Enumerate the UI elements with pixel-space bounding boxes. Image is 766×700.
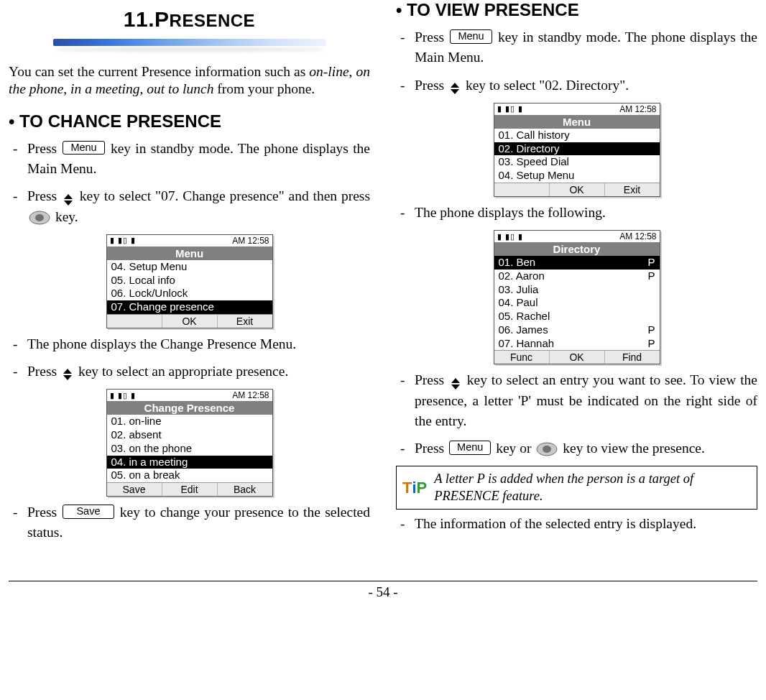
text: key or [492,441,535,456]
phone-screen-menu-2: ▮ ▮▯ ▮ AM 12:58 Menu 01. Call history02.… [494,103,660,197]
svg-marker-6 [451,83,459,88]
svg-marker-9 [451,384,460,390]
intro-post: from your phone. [213,81,315,96]
status-bar: ▮ ▮▯ ▮ AM 12:58 [494,103,660,115]
status-time: AM 12:58 [232,390,269,400]
heading-change-presence: • TO CHANCE PRESENCE [9,111,370,132]
text: key to select "07. Change presence" and … [75,188,370,203]
list-item: 05. Local info [107,274,272,287]
softkeys: OKExit [107,314,272,328]
left-steps: Press Menu key in standby mode. The phon… [9,139,370,227]
list-item: 01. on-line [107,415,272,428]
text: Press [27,364,60,379]
list-item: 03. on the phone [107,442,272,456]
list-item: 01. BenP [494,256,660,270]
text: Press [415,29,448,45]
ok-icon [29,211,50,225]
softkey: Save [107,483,162,496]
left-step-3: The phone displays the Change Presence M… [9,334,370,354]
intro-i1: on-line [309,64,349,79]
screen-title: Menu [494,115,660,129]
text: key. [52,209,78,224]
menu-list: 04. Setup Menu05. Local info06. Lock/Unl… [107,260,272,314]
ok-icon [536,442,558,456]
intro-c3: , [140,81,147,96]
menu-key: Menu [450,29,492,44]
softkey [107,315,162,328]
list-item: 01. Call history [494,129,660,142]
text: key to view the presence. [559,441,705,456]
directory-list: 01. BenP02. AaronP03. Julia04. Paul05. R… [494,256,660,350]
right-steps-4: The information of the selected entry is… [396,514,757,534]
menu-list: 01. Call history02. Directory03. Speed D… [494,129,660,183]
text: Press [415,78,448,93]
softkey [494,183,549,196]
svg-marker-8 [451,378,460,383]
status-bar: ▮ ▮▯ ▮ AM 12:58 [107,235,272,247]
right-step-5: Press Menu key or key to view the presen… [396,438,757,459]
list-item: 04. in a meeting [107,456,272,469]
softkey: Exit [217,315,272,328]
list-item: 04. Setup Menu [107,260,272,274]
left-step-2: Press key to select "07. Change presence… [9,186,370,227]
list-item: 05. on a break [107,469,272,482]
softkeys: SaveEditBack [107,482,272,496]
list-item: 02. Directory [494,142,660,156]
left-step-4: Press key to select an appropriate prese… [9,361,370,382]
chapter-title: 11.PRESENCE [9,7,370,32]
status-time: AM 12:58 [619,104,656,114]
screen-title: Change Presence [107,401,272,415]
chapter-word-first: P [154,7,170,31]
updown-icon [450,377,461,390]
list-item: 07. HannahP [494,337,660,351]
list-item: 07. Change presence [107,300,272,314]
text: Press [27,188,61,203]
phone-screen-menu: ▮ ▮▯ ▮ AM 12:58 Menu 04. Setup Menu05. L… [106,234,273,328]
softkey: OK [549,351,604,364]
status-icons: ▮ ▮▯ ▮ [110,236,136,245]
menu-key: Menu [449,441,491,455]
right-step-2: Press key to select "02. Directory". [396,75,757,96]
list-item: 02. absent [107,428,272,442]
list-item: 06. Lock/Unlock [107,287,272,300]
left-steps-3: Press Save key to change your presence t… [9,502,370,543]
menu-key: Menu [63,141,104,155]
text: Press [27,141,61,156]
softkeys: FuncOKFind [494,350,660,364]
right-step-1: Press Menu key in standby mode. The phon… [396,27,757,68]
intro-paragraph: You can set the current Presence informa… [9,63,370,98]
right-steps-3: Press key to select an entry you want to… [396,370,757,459]
svg-marker-7 [451,89,459,94]
status-bar: ▮ ▮▯ ▮ AM 12:58 [107,390,272,401]
svg-point-11 [543,446,551,453]
status-icons: ▮ ▮▯ ▮ [497,232,523,241]
right-column: • TO VIEW PRESENCE Press Menu key in sta… [396,0,757,551]
right-step-4: Press key to select an entry you want to… [396,370,757,431]
updown-icon [63,193,74,206]
presence-list: 01. on-line02. absent03. on the phone04.… [107,415,272,482]
updown-icon [449,82,461,95]
softkey: OK [549,183,604,196]
intro-pre: You can set the current Presence informa… [9,64,309,79]
text: Press [415,372,448,387]
updown-icon [62,368,73,381]
intro-i4: out to lunch [147,81,213,96]
tip-box: TiP A letter P is added when the person … [396,466,757,509]
list-item: 03. Speed Dial [494,155,660,169]
softkey: Exit [604,183,660,196]
phone-screen-directory: ▮ ▮▯ ▮ AM 12:58 Directory 01. BenP02. Aa… [494,230,660,364]
left-column: 11.PRESENCE You can set the current Pres… [9,0,370,551]
list-item: 06. JamesP [494,323,660,337]
heading-view-presence: • TO VIEW PRESENCE [396,0,757,20]
left-step-1: Press Menu key in standby mode. The phon… [9,139,370,180]
softkey: Edit [162,483,217,496]
svg-marker-1 [64,201,73,206]
list-item: 03. Julia [494,283,660,297]
list-item: 02. AaronP [494,270,660,283]
status-icons: ▮ ▮▯ ▮ [110,391,136,400]
svg-marker-0 [64,194,73,199]
intro-c1: , [349,64,356,79]
text: key to select an entry you want to see. … [415,372,757,428]
svg-marker-5 [63,375,72,380]
text: Press [415,441,448,456]
